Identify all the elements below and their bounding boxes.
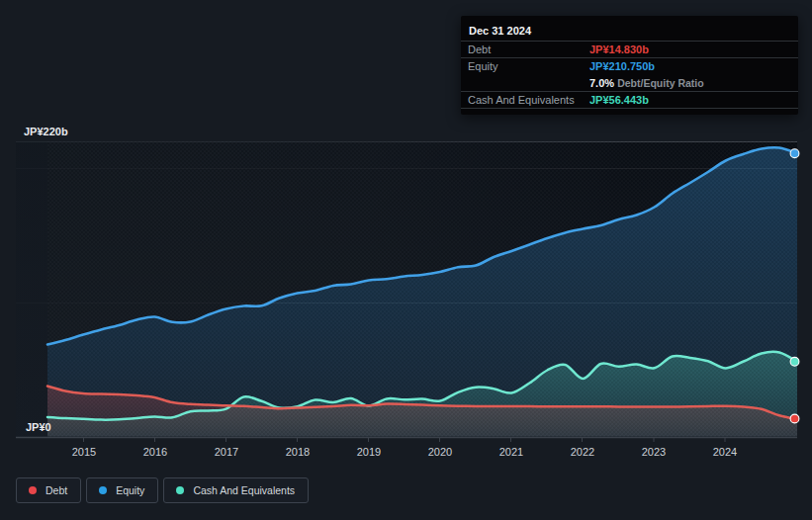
svg-text:2024: 2024 [713, 446, 737, 458]
svg-text:2023: 2023 [642, 446, 666, 458]
svg-text:2021: 2021 [499, 446, 523, 458]
svg-text:2015: 2015 [72, 446, 96, 458]
svg-text:2022: 2022 [571, 446, 594, 458]
svg-text:2017: 2017 [215, 446, 238, 458]
svg-text:2018: 2018 [286, 446, 310, 458]
svg-text:2016: 2016 [143, 446, 167, 458]
svg-text:JP¥0: JP¥0 [26, 421, 51, 433]
svg-text:JP¥220b: JP¥220b [24, 126, 68, 137]
svg-text:2020: 2020 [428, 446, 452, 458]
svg-text:2019: 2019 [357, 446, 381, 458]
